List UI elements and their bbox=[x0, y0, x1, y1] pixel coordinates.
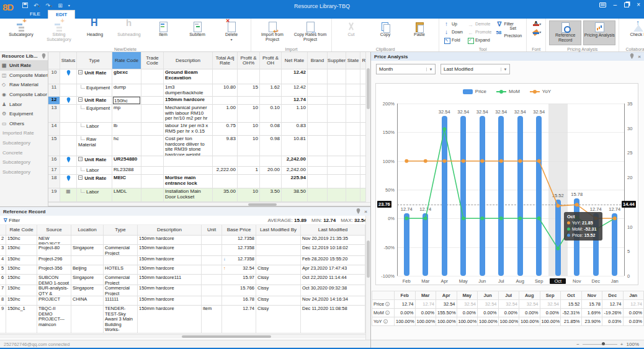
reference-cell[interactable]: 3 bbox=[0, 245, 6, 256]
ribbon-button-fold[interactable]: Fold bbox=[442, 37, 464, 44]
x-axis-label[interactable]: Jul bbox=[493, 278, 509, 284]
ribbon-button-subheading[interactable]: Subheading bbox=[113, 20, 145, 37]
reference-column-header[interactable]: Type bbox=[104, 225, 138, 236]
info-icon[interactable]: i bbox=[385, 311, 390, 315]
grid-column-header[interactable]: Description bbox=[164, 52, 213, 69]
grid-cell[interactable]: 0.75 bbox=[213, 123, 238, 136]
pa-value-cell[interactable]: 12.74 bbox=[416, 300, 437, 309]
reference-cell[interactable]: Oct 30,2020 09:32:38 bbox=[301, 285, 365, 296]
reference-cell[interactable]: 150hc bbox=[6, 245, 37, 256]
reference-column-header[interactable]: Location bbox=[71, 225, 104, 236]
x-axis-label[interactable]: Apr bbox=[436, 278, 452, 284]
pa-value-cell[interactable]: 100.00% bbox=[478, 317, 499, 326]
grid-cell[interactable] bbox=[260, 97, 282, 105]
table-row[interactable]: 4150hcProject-296150mm hardcore↓12.7358F… bbox=[0, 256, 365, 265]
pa-value-cell[interactable]: 12.74 bbox=[624, 300, 644, 309]
grid-cell[interactable] bbox=[60, 156, 77, 167]
grid-cell[interactable]: 10 bbox=[238, 123, 260, 136]
pa-month-header[interactable]: Feb bbox=[395, 291, 416, 300]
reference-cell[interactable]: HOTELS bbox=[104, 265, 138, 275]
reference-cell[interactable]: Feb 28,2020 15:55:20 bbox=[301, 256, 365, 265]
sort-dropdown[interactable]: Last Modified ▼ bbox=[441, 64, 510, 74]
reference-cell[interactable]: ↓12.7358 bbox=[222, 256, 256, 265]
grid-cell[interactable] bbox=[213, 69, 238, 84]
grid-cell[interactable] bbox=[141, 188, 164, 202]
sidebar-item-equipment[interactable]: ⚙Equipment bbox=[0, 109, 48, 119]
ribbon-button-heading[interactable]: Heading bbox=[79, 20, 111, 37]
reference-cell[interactable]: 150mm hardcore bbox=[138, 296, 202, 306]
grid-column-header[interactable]: Supplier bbox=[328, 52, 346, 69]
sidebar-item-raw-material[interactable]: ◇Raw Material bbox=[0, 80, 48, 90]
grid-cell[interactable] bbox=[308, 84, 328, 97]
grid-cell[interactable]: ▦ bbox=[60, 188, 77, 202]
reference-cell[interactable]: 8 bbox=[0, 296, 6, 306]
reference-cell[interactable] bbox=[202, 275, 222, 285]
reference-cell[interactable]: 12.7358 bbox=[222, 236, 256, 245]
grid-cell[interactable] bbox=[238, 175, 260, 188]
price-bar[interactable] bbox=[423, 213, 428, 276]
reference-cell[interactable]: Singapore bbox=[71, 275, 104, 285]
grid-cell[interactable] bbox=[328, 105, 346, 123]
reference-cell[interactable]: Commercial Project bbox=[104, 285, 138, 296]
grid-cell[interactable] bbox=[328, 156, 346, 167]
reference-cell[interactable]: 150mm hardcore bbox=[138, 306, 202, 334]
grid-cell[interactable] bbox=[141, 97, 164, 105]
grid-cell[interactable] bbox=[328, 136, 346, 156]
pa-value-cell[interactable]: 12.74 bbox=[395, 300, 416, 309]
reference-cell[interactable]: TENDER-TEST-Sky Awani 3 Main Building Wo… bbox=[104, 306, 138, 334]
grid-cell[interactable]: 225.94 bbox=[282, 175, 308, 188]
reference-cell[interactable] bbox=[256, 245, 301, 256]
pa-value-cell[interactable]: 12.74 bbox=[602, 300, 624, 309]
grid-cell[interactable] bbox=[308, 156, 328, 167]
restore-button[interactable] bbox=[624, 2, 629, 7]
grid-cell[interactable] bbox=[141, 136, 164, 156]
row-number[interactable]: 15 bbox=[48, 136, 60, 156]
reference-cell[interactable]: CHINA bbox=[71, 296, 104, 306]
grid-cell[interactable] bbox=[164, 156, 213, 167]
grid-cell[interactable] bbox=[328, 188, 346, 202]
grid-cell[interactable] bbox=[328, 123, 346, 136]
pa-value-cell[interactable]: 0.00% bbox=[457, 309, 478, 317]
grid-cell[interactable] bbox=[328, 167, 346, 175]
grid-cell[interactable] bbox=[328, 69, 346, 84]
reference-cell[interactable] bbox=[202, 285, 222, 296]
grid-cell[interactable] bbox=[308, 167, 328, 175]
price-bar[interactable] bbox=[555, 200, 561, 276]
pa-month-header[interactable]: Apr bbox=[436, 291, 457, 300]
reference-column-header[interactable] bbox=[0, 225, 6, 236]
grid-cell[interactable] bbox=[141, 167, 164, 175]
reference-cell[interactable]: Nov 20,2019 21:35:35 bbox=[301, 236, 365, 245]
x-axis-label[interactable]: May bbox=[455, 278, 472, 284]
pa-value-cell[interactable]: 1.69% bbox=[582, 309, 603, 317]
grid-cell[interactable] bbox=[60, 97, 77, 105]
pa-value-cell[interactable]: 0.00% bbox=[478, 309, 499, 317]
pa-value-cell[interactable]: 32.54 bbox=[436, 300, 457, 309]
x-axis-label[interactable]: Oct bbox=[550, 278, 566, 284]
ribbon-button-import-from-project[interactable]: Import from Project bbox=[254, 20, 290, 42]
grid-cell[interactable]: 10 bbox=[238, 188, 260, 202]
pa-value-cell[interactable]: 100.00% bbox=[436, 317, 457, 326]
grid-cell[interactable] bbox=[328, 175, 346, 188]
x-axis-label[interactable]: Aug bbox=[512, 278, 528, 284]
reference-cell[interactable]: PROJECT bbox=[37, 296, 71, 306]
row-number[interactable]: 19 bbox=[48, 188, 60, 202]
grid-cell[interactable] bbox=[60, 105, 77, 123]
ribbon-button-promote[interactable]: Promote bbox=[466, 29, 493, 36]
grid-cell[interactable] bbox=[346, 123, 360, 136]
grid-cell[interactable] bbox=[308, 97, 328, 105]
row-number[interactable]: 14 bbox=[48, 123, 60, 136]
price-bar[interactable] bbox=[480, 116, 485, 276]
grid-cell[interactable]: 20.00 bbox=[260, 167, 282, 175]
reference-cell[interactable]: Singapore bbox=[71, 245, 104, 256]
table-row[interactable]: 16− Unit RateUR2548802,242.00 bbox=[48, 156, 365, 167]
row-number[interactable]: 18 bbox=[48, 175, 60, 188]
reference-cell[interactable]: Dec 12,2019 10:18:02 bbox=[301, 245, 365, 256]
grid-cell[interactable] bbox=[141, 123, 164, 136]
table-row[interactable]: 7150hcBUR-analysis-QTY & AMOUNTSingapore… bbox=[0, 285, 365, 296]
pa-value-cell[interactable]: 32.54 bbox=[540, 300, 561, 309]
table-row[interactable]: 2150hcNEW PROJECT150mm hardcore12.7358No… bbox=[0, 236, 365, 245]
table-row[interactable]: 13EquipmentmpMechanical punner with labo… bbox=[48, 105, 365, 123]
reference-cell[interactable]: 150mm hardcore bbox=[138, 256, 202, 265]
reference-column-header[interactable]: Last Modified By bbox=[256, 225, 301, 236]
table-row[interactable]: 8150hcPROJECTCHINA111111150mm hardcore16… bbox=[0, 296, 365, 306]
